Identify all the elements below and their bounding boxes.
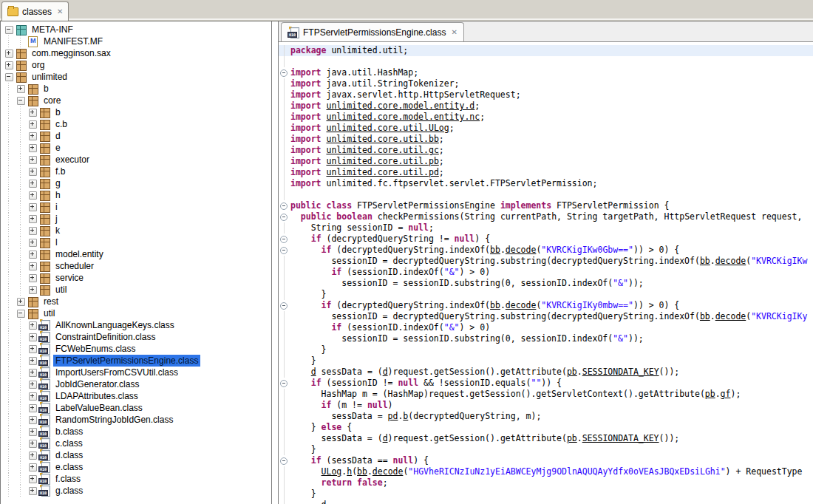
tree-item[interactable]: AllKnownLanguageKeys.class bbox=[1, 319, 271, 331]
close-icon[interactable]: ✕ bbox=[57, 8, 63, 16]
expand-plus-icon[interactable] bbox=[27, 461, 38, 473]
expand-plus-icon[interactable] bbox=[27, 390, 38, 402]
fold-collapse-icon[interactable] bbox=[279, 211, 290, 222]
tree-item[interactable]: b bbox=[1, 106, 271, 118]
tree-item[interactable]: k bbox=[1, 225, 271, 236]
tree-indent-guide bbox=[15, 260, 27, 272]
tree-item[interactable]: ImportUsersFromCSVUtil.class bbox=[1, 367, 271, 378]
expand-plus-icon[interactable] bbox=[3, 47, 15, 59]
expand-plus-icon[interactable] bbox=[27, 272, 38, 284]
tree-item[interactable]: l bbox=[1, 236, 271, 248]
expand-plus-icon[interactable] bbox=[27, 284, 38, 296]
expand-plus-icon[interactable] bbox=[15, 83, 27, 95]
expand-plus-icon[interactable] bbox=[27, 236, 38, 248]
expand-plus-icon[interactable] bbox=[27, 130, 38, 142]
expand-plus-icon[interactable] bbox=[27, 225, 38, 236]
tree-item[interactable]: util bbox=[1, 284, 271, 296]
expand-plus-icon[interactable] bbox=[27, 331, 38, 343]
tree-item[interactable]: MANIFEST.MF bbox=[1, 35, 271, 47]
expand-plus-icon[interactable] bbox=[27, 343, 38, 355]
code-line: } bbox=[279, 289, 813, 300]
expand-plus-icon[interactable] bbox=[27, 248, 38, 260]
tree-item[interactable]: scheduler bbox=[1, 260, 271, 272]
expand-plus-icon[interactable] bbox=[27, 106, 38, 118]
tree-item[interactable]: com.megginson.sax bbox=[1, 47, 271, 59]
expand-plus-icon[interactable] bbox=[27, 213, 38, 225]
tree-item[interactable]: g bbox=[1, 177, 271, 189]
tree-item[interactable]: e bbox=[1, 142, 271, 154]
expand-plus-icon[interactable] bbox=[27, 260, 38, 272]
tree-item[interactable]: unlimited bbox=[1, 71, 271, 83]
collapse-minus-icon[interactable] bbox=[15, 307, 27, 319]
panel-divider[interactable] bbox=[272, 21, 278, 504]
expand-plus-icon[interactable] bbox=[27, 201, 38, 213]
fold-collapse-icon[interactable] bbox=[279, 378, 290, 389]
expand-plus-icon[interactable] bbox=[27, 154, 38, 166]
fold-gutter bbox=[279, 367, 290, 378]
tree-item-label: c.b bbox=[53, 118, 69, 130]
expand-plus-icon[interactable] bbox=[15, 296, 27, 307]
fold-collapse-icon[interactable] bbox=[279, 200, 290, 211]
tree-item[interactable]: JobIdGenerator.class bbox=[1, 378, 271, 390]
tree-item[interactable]: f.b bbox=[1, 166, 271, 177]
tree-item[interactable]: j bbox=[1, 213, 271, 225]
expand-plus-icon[interactable] bbox=[27, 473, 38, 485]
tree-item[interactable]: core bbox=[1, 95, 271, 106]
tree-item[interactable]: FCWebEnums.class bbox=[1, 343, 271, 355]
tree-item[interactable]: model.entity bbox=[1, 248, 271, 260]
expand-plus-icon[interactable] bbox=[27, 355, 38, 367]
tree-item[interactable]: org bbox=[1, 59, 271, 71]
expand-plus-icon[interactable] bbox=[27, 437, 38, 449]
expand-plus-icon[interactable] bbox=[27, 449, 38, 461]
tab-ftpservletpermissionsengine[interactable]: FTPServletPermissionsEngine.class ✕ bbox=[281, 22, 464, 41]
tree-indent-guide bbox=[3, 213, 15, 225]
expand-plus-icon[interactable] bbox=[27, 166, 38, 177]
collapse-minus-icon[interactable] bbox=[15, 95, 27, 106]
expand-plus-icon[interactable] bbox=[3, 59, 15, 71]
fold-collapse-icon[interactable] bbox=[279, 455, 290, 466]
tree-item[interactable]: FTPServletPermissionsEngine.class bbox=[1, 355, 271, 367]
fold-collapse-icon[interactable] bbox=[279, 234, 290, 245]
tree-item[interactable]: RandomStringJobIdGen.class bbox=[1, 414, 271, 426]
code-area[interactable]: package unlimited.util;import java.util.… bbox=[279, 42, 813, 504]
tree-item[interactable]: b bbox=[1, 83, 271, 95]
tree-item[interactable]: LabelValueBean.class bbox=[1, 402, 271, 414]
tree-item[interactable]: LDAPAttributes.class bbox=[1, 390, 271, 402]
expand-plus-icon[interactable] bbox=[27, 189, 38, 201]
fold-collapse-icon[interactable] bbox=[279, 67, 290, 78]
tree-item[interactable]: d bbox=[1, 130, 271, 142]
collapse-minus-icon[interactable] bbox=[3, 71, 15, 83]
expand-plus-icon[interactable] bbox=[27, 177, 38, 189]
tree-item[interactable]: rest bbox=[1, 296, 271, 307]
tree-item[interactable]: META-INF bbox=[1, 24, 271, 35]
tree-item[interactable]: c.class bbox=[1, 437, 271, 449]
close-icon[interactable]: ✕ bbox=[451, 29, 457, 36]
tree-item[interactable]: util bbox=[1, 307, 271, 319]
tree-item[interactable]: ConstraintDefinition.class bbox=[1, 331, 271, 343]
expand-plus-icon[interactable] bbox=[27, 402, 38, 414]
tree-item[interactable]: e.class bbox=[1, 461, 271, 473]
tree-item[interactable]: h bbox=[1, 189, 271, 201]
tree-item[interactable]: b.class bbox=[1, 426, 271, 437]
tree-item[interactable]: i bbox=[1, 201, 271, 213]
tree-item[interactable]: service bbox=[1, 272, 271, 284]
collapse-minus-icon[interactable] bbox=[3, 24, 15, 35]
expand-plus-icon[interactable] bbox=[27, 319, 38, 331]
expand-plus-icon[interactable] bbox=[27, 118, 38, 130]
tree-item[interactable]: d.class bbox=[1, 449, 271, 461]
tree-item[interactable]: f.class bbox=[1, 473, 271, 485]
expand-plus-icon[interactable] bbox=[27, 367, 38, 378]
code-line: } bbox=[279, 344, 813, 355]
expand-plus-icon[interactable] bbox=[27, 378, 38, 390]
tree-item[interactable]: g.class bbox=[1, 485, 271, 497]
expand-plus-icon[interactable] bbox=[27, 142, 38, 154]
fold-collapse-icon[interactable] bbox=[279, 245, 290, 256]
expand-plus-icon[interactable] bbox=[27, 414, 38, 426]
expand-plus-icon[interactable] bbox=[27, 426, 38, 437]
expand-plus-icon[interactable] bbox=[27, 485, 38, 497]
fold-collapse-icon[interactable] bbox=[279, 300, 290, 311]
tab-classes[interactable]: classes ✕ bbox=[1, 1, 69, 21]
package-icon bbox=[38, 189, 50, 201]
tree-item[interactable]: executor bbox=[1, 154, 271, 166]
tree-item[interactable]: c.b bbox=[1, 118, 271, 130]
